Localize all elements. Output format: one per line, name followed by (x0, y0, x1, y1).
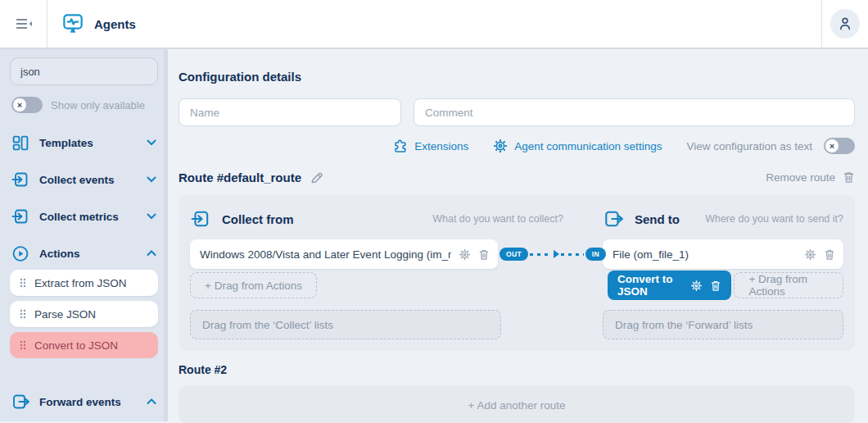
collect-drag-from-actions-dropzone[interactable]: + Drag from Actions (190, 272, 317, 298)
route-title: Route #default_route (179, 171, 301, 184)
gear-icon[interactable] (690, 280, 703, 292)
route2-title: Route #2 (179, 363, 855, 376)
sidebar-item-label: Collect events (39, 174, 115, 186)
send-hint: Where do you want to send it? (705, 213, 843, 225)
show-only-available-toggle[interactable]: × (11, 97, 43, 113)
toggle-off-x-icon: × (13, 98, 26, 111)
chevron-down-icon (147, 213, 156, 220)
add-another-route-button[interactable]: + Add another route (179, 386, 855, 423)
collect-column: Collect from What do you want to collect… (190, 207, 563, 339)
user-icon (837, 16, 853, 32)
connection-dash-line (561, 253, 583, 256)
route-connection: OUT IN (500, 246, 606, 262)
drag-handle-icon (20, 278, 26, 288)
action-item-parse-json[interactable]: Parse JSON (10, 301, 158, 327)
chevron-down-icon (147, 176, 156, 183)
sidebar-item-templates[interactable]: Templates (11, 133, 156, 152)
agents-monitor-pulse-icon (61, 11, 85, 36)
search-input[interactable] (10, 57, 158, 85)
agent-comm-link-label: Agent communication settings (514, 140, 662, 152)
view-config-as-text-label: View configuration as text (686, 140, 812, 152)
connection-arrow-icon (554, 250, 559, 258)
collect-arrow-in-icon (11, 171, 29, 189)
app-header: Agents (0, 0, 868, 49)
chevron-up-icon (147, 398, 156, 405)
sidebar-item-label: Forward events (39, 396, 121, 408)
gear-icon[interactable] (804, 248, 816, 261)
send-drag-from-actions-dropzone[interactable]: + Drag from Actions (734, 272, 843, 298)
send-column: Send to Where do you want to send it? Fi… (603, 207, 843, 339)
drag-handle-icon (20, 309, 26, 319)
action-item-label: Parse JSON (34, 308, 96, 321)
action-item-convert-to-json[interactable]: Convert to JSON (10, 332, 158, 358)
send-arrow-out-icon (603, 209, 624, 229)
send-to-title: Send to (635, 212, 680, 226)
collapse-sidebar-button[interactable] (0, 0, 47, 48)
actions-play-circle-icon (11, 245, 29, 262)
convert-to-json-label: Convert to JSON (617, 273, 683, 298)
send-module-label: File (om_file_1) (613, 248, 797, 261)
forward-lists-dropzone[interactable]: Drag from the ‘Forward’ lists (603, 310, 843, 339)
edit-pencil-icon[interactable] (310, 171, 323, 184)
sidebar-item-label: Actions (39, 248, 80, 260)
remove-route-button[interactable]: Remove route (766, 171, 855, 184)
trash-icon[interactable] (824, 248, 835, 261)
templates-icon (11, 134, 29, 152)
gear-icon[interactable] (459, 248, 471, 261)
main-content: Configuration details Extensions Agent c… (168, 49, 868, 421)
forward-arrow-out-icon (11, 393, 29, 411)
extensions-link[interactable]: Extensions (393, 139, 468, 153)
collect-module-label: Windows 2008/Vista and Later Event Loggi… (200, 248, 451, 261)
trash-icon (843, 171, 855, 184)
sidebar-item-collect-events[interactable]: Collect events (11, 170, 156, 189)
view-config-as-text-toggle[interactable]: × (824, 138, 855, 154)
trash-icon[interactable] (710, 280, 721, 292)
sidebar-item-label: Collect metrics (39, 211, 119, 223)
gear-icon (493, 139, 508, 153)
header-right-section (821, 0, 868, 48)
app-logo-section: Agents (47, 0, 149, 48)
collect-arrow-in-icon (190, 209, 211, 229)
action-item-label: Convert to JSON (34, 339, 118, 352)
sidebar-item-collect-metrics[interactable]: Collect metrics (11, 207, 156, 226)
collect-hint: What do you want to collect? (432, 213, 563, 225)
puzzle-icon (393, 139, 408, 153)
chevron-down-icon (147, 139, 156, 146)
page-title: Configuration details (179, 70, 855, 84)
collect-lists-dropzone[interactable]: Drag from the ‘Collect’ lists (190, 310, 501, 339)
convert-to-json-action-button[interactable]: Convert to JSON (608, 271, 731, 300)
action-item-extract-from-json[interactable]: Extract from JSON (10, 270, 158, 296)
extensions-link-label: Extensions (414, 140, 468, 152)
sidebar-item-forward-events[interactable]: Forward events (11, 392, 156, 412)
toggle-label: Show only available (51, 99, 145, 111)
user-account-button[interactable] (830, 9, 860, 39)
connection-dash-line (530, 253, 552, 256)
in-badge: IN (585, 248, 606, 262)
trash-icon[interactable] (478, 248, 490, 261)
toggle-off-x-icon: × (825, 139, 839, 152)
app-title: Agents (94, 17, 136, 31)
collect-from-title: Collect from (222, 212, 294, 226)
collect-module-card[interactable]: Windows 2008/Vista and Later Event Loggi… (190, 239, 498, 269)
out-badge: OUT (500, 248, 528, 262)
actions-list: Extract from JSON Parse JSON Convert to … (10, 270, 158, 358)
collect-arrow-in-icon (11, 207, 29, 225)
collapse-menu-icon (14, 16, 34, 32)
sidebar-item-label: Templates (39, 137, 93, 149)
route-panel: Collect from What do you want to collect… (179, 195, 855, 351)
drag-handle-icon (20, 340, 26, 350)
remove-route-label: Remove route (766, 171, 835, 184)
comment-field[interactable] (414, 98, 855, 126)
action-item-label: Extract from JSON (34, 277, 127, 289)
sidebar-item-actions[interactable]: Actions (11, 243, 156, 263)
chevron-up-icon (147, 250, 156, 257)
sidebar: × Show only available Templates Collect … (0, 49, 168, 421)
agent-communication-settings-link[interactable]: Agent communication settings (493, 139, 662, 153)
name-field[interactable] (179, 98, 401, 126)
send-module-card[interactable]: File (om_file_1) (603, 239, 843, 269)
